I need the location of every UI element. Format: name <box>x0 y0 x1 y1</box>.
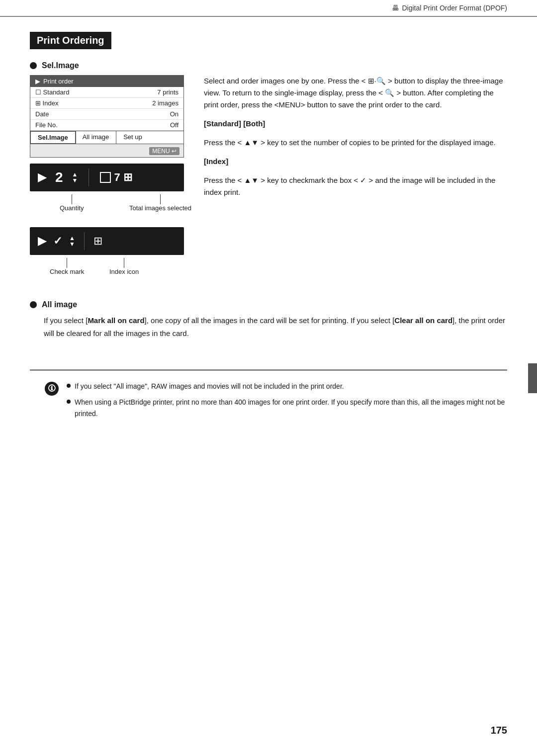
cam-separator <box>89 168 89 186</box>
date-value: On <box>170 110 179 118</box>
print-row-standard: ☐ Standard 7 prints <box>30 87 183 98</box>
note-bullet-2 <box>67 400 71 404</box>
cam-grid-icon: ⊞ <box>123 171 132 184</box>
note-items: If you select "All image", RAW images an… <box>67 381 507 424</box>
all-image-section: All image If you select [Mark all on car… <box>30 300 507 339</box>
callout-area-2: Check mark Index icon <box>30 258 184 285</box>
page-number: 175 <box>491 725 507 736</box>
right-column: Select and order images one by one. Pres… <box>204 75 507 285</box>
callout-tick-check <box>67 258 67 268</box>
quantity-label: Quantity <box>60 204 84 212</box>
note-text-2: When using a PictBridge printer, print n… <box>75 397 507 419</box>
note-text-1: If you select "All image", RAW images an… <box>75 381 344 392</box>
cam2-play-block: ▶ <box>38 235 46 248</box>
note-section: 🛈 If you select "All image", RAW images … <box>30 369 507 424</box>
note-item-1: If you select "All image", RAW images an… <box>67 381 507 392</box>
print-row-index: ⊞ Index 2 images <box>30 98 183 109</box>
sel-image-title: Sel.Image <box>42 61 79 70</box>
callout-tick-left <box>72 194 72 204</box>
header-print-icon: 🖶 <box>392 4 399 12</box>
sel-image-para: Select and order images one by one. Pres… <box>204 75 507 111</box>
sel-image-two-col: ▶ Print order ☐ Standard 7 prints ⊞ Inde… <box>30 75 507 285</box>
camera-display-1: ▶ 2 ▲ ▼ 7 ⊞ <box>30 164 184 191</box>
standard-label: ☐ Standard <box>35 88 69 96</box>
fileno-value: Off <box>170 121 179 129</box>
cam-play-block: ▶ <box>38 171 46 184</box>
all-image-bullet <box>30 301 37 308</box>
cam2-arrows: ▲ ▼ <box>69 235 75 247</box>
total-images-label: Total images selected <box>129 204 191 212</box>
print-order-body: ☐ Standard 7 prints ⊞ Index 2 images Dat… <box>30 87 183 157</box>
print-header-text: Print order <box>43 78 74 85</box>
checkbox-icon <box>100 172 111 183</box>
cam2-play-icon: ▶ <box>38 235 46 248</box>
index-value: 2 images <box>152 99 179 107</box>
tab-row: Sel.Image All image Set up <box>30 131 183 144</box>
cam-play-icon: ▶ <box>38 171 46 184</box>
print-row-date: Date On <box>30 109 183 120</box>
note-bullet-1 <box>67 384 71 388</box>
menu-button-row: MENU ↩ <box>30 144 183 157</box>
note-item-2: When using a PictBridge printer, print n… <box>67 397 507 419</box>
index-heading: [Index] <box>204 156 507 168</box>
callout-tick-right <box>160 194 161 204</box>
left-column: ▶ Print order ☐ Standard 7 prints ⊞ Inde… <box>30 75 184 285</box>
date-label: Date <box>35 110 49 118</box>
cam2-arrow-down: ▼ <box>69 241 75 247</box>
arrow-down: ▼ <box>72 177 78 183</box>
tab-all-image[interactable]: All image <box>76 131 116 144</box>
cam2-grid-icon: ⊞ <box>93 235 102 248</box>
check-mark-label: Check mark <box>50 268 84 275</box>
index-icon-label: Index icon <box>109 268 139 275</box>
print-order-header: ▶ Print order <box>30 76 183 87</box>
print-row-fileno: File No. Off <box>30 120 183 131</box>
standard-both-heading: [Standard] [Both] <box>204 118 507 130</box>
menu-btn[interactable]: MENU ↩ <box>149 147 179 155</box>
index-label: ⊞ Index <box>35 99 58 107</box>
print-order-box: ▶ Print order ☐ Standard 7 prints ⊞ Inde… <box>30 75 184 158</box>
callout-index-icon: Index icon <box>109 258 139 275</box>
cam-count: 7 <box>114 171 120 184</box>
callout-quantity: Quantity <box>60 194 84 212</box>
cam-right-block: 7 ⊞ <box>100 171 132 184</box>
header-text: Digital Print Order Format (DPOF) <box>402 4 507 12</box>
checkmark-icon: ✓ <box>53 235 62 248</box>
callout-check-mark: Check mark <box>50 258 84 275</box>
fileno-label: File No. <box>35 121 58 129</box>
index-text: Press the < ▲▼ > key to checkmark the bo… <box>204 174 507 198</box>
note-icon: 🛈 <box>45 382 59 396</box>
standard-value: 7 prints <box>157 88 179 96</box>
cam-arrows: ▲ ▼ <box>72 171 78 183</box>
page-title-box: Print Ordering <box>30 32 111 49</box>
cam2-separator <box>84 232 85 250</box>
callout-total-images: Total images selected <box>129 194 191 212</box>
cam-number: 2 <box>55 169 63 185</box>
sel-image-bullet <box>30 62 37 69</box>
tab-sel-image[interactable]: Sel.Image <box>30 131 76 144</box>
callout-tick-index <box>124 258 124 268</box>
print-header-icon: ▶ <box>35 78 40 85</box>
page-title: Print Ordering <box>37 35 104 46</box>
all-image-body: If you select [Mark all on card], one co… <box>30 314 507 339</box>
tab-set-up[interactable]: Set up <box>116 131 149 144</box>
standard-both-text: Press the < ▲▼ > key to set the number o… <box>204 137 507 149</box>
camera-display-2: ▶ ✓ ▲ ▼ ⊞ <box>30 227 184 255</box>
all-image-title: All image <box>42 300 77 309</box>
callout-area-1: Quantity Total images selected <box>30 194 184 219</box>
right-bookmark <box>528 363 537 393</box>
main-content: Print Ordering Sel.Image ▶ Print order ☐… <box>0 17 537 454</box>
all-image-heading-row: All image <box>30 300 507 309</box>
sel-image-heading: Sel.Image <box>30 61 507 70</box>
top-bar: 🖶 Digital Print Order Format (DPOF) <box>0 0 537 17</box>
